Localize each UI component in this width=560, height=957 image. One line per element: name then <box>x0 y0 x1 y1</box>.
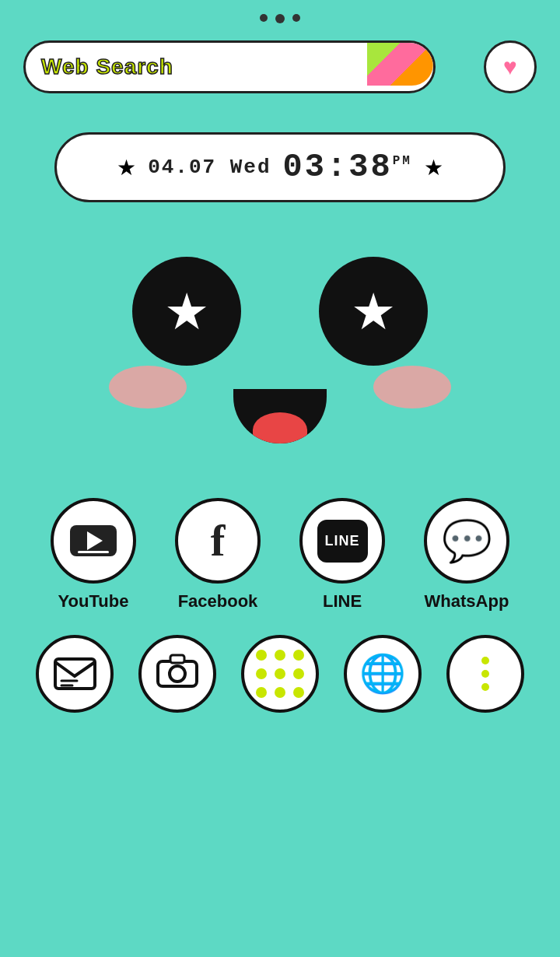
whatsapp-icon-circle: 💬 <box>424 498 509 584</box>
whatsapp-icon: 💬 <box>442 517 492 565</box>
dock-camera[interactable] <box>138 635 216 713</box>
line-label: LINE <box>323 591 362 612</box>
cheek-left <box>109 366 187 408</box>
svg-rect-0 <box>55 659 95 689</box>
indicator-2[interactable] <box>275 14 285 23</box>
youtube-label: YouTube <box>58 591 129 612</box>
grid-dot-7 <box>256 687 267 698</box>
dock-browser[interactable]: 🌐 <box>344 635 422 713</box>
search-bar[interactable]: Web Search <box>23 40 436 93</box>
menu-dot-1 <box>481 657 489 664</box>
envelope-icon <box>54 657 96 690</box>
heart-button[interactable]: ♥ <box>484 40 537 93</box>
indicator-3[interactable] <box>292 14 300 22</box>
grid-dot-6 <box>293 668 304 679</box>
svg-point-4 <box>170 666 185 682</box>
page-indicators <box>0 0 560 23</box>
youtube-icon <box>70 525 117 556</box>
svg-rect-5 <box>170 655 184 663</box>
dock-more[interactable] <box>446 635 524 713</box>
clock-widget: ★ 04.07 Wed 03:38PM ★ <box>54 132 506 202</box>
dock: 🌐 <box>0 612 560 713</box>
star-left-icon: ★ <box>117 155 136 181</box>
star-right-icon: ★ <box>424 155 443 181</box>
search-bar-candy <box>367 43 433 86</box>
clock-date: 04.07 Wed <box>148 156 271 179</box>
star-eye-left: ★ <box>164 286 209 337</box>
clock-ampm: PM <box>393 154 412 168</box>
youtube-icon-circle <box>51 498 136 584</box>
line-text: LINE <box>324 533 359 549</box>
grid-dots-icon <box>250 643 310 704</box>
app-whatsapp[interactable]: 💬 WhatsApp <box>424 498 509 612</box>
star-eye-right: ★ <box>351 286 396 337</box>
tongue <box>253 412 307 443</box>
indicator-1[interactable] <box>260 14 268 22</box>
grid-dot-9 <box>293 687 304 698</box>
youtube-play-icon <box>87 531 103 550</box>
line-icon-circle: LINE <box>299 498 385 584</box>
grid-dot-1 <box>256 650 267 661</box>
grid-dot-8 <box>275 687 285 698</box>
globe-icon: 🌐 <box>359 652 406 696</box>
grid-dot-2 <box>275 650 285 661</box>
clock-time: 03:38PM <box>283 149 412 186</box>
dock-messages[interactable] <box>36 635 114 713</box>
menu-dot-3 <box>481 683 489 691</box>
search-bar-label: Web Search <box>41 54 418 79</box>
facebook-icon: f <box>211 519 226 563</box>
grid-dot-4 <box>256 668 267 679</box>
mouth <box>233 389 327 443</box>
dock-app-drawer[interactable] <box>241 635 319 713</box>
heart-icon: ♥ <box>503 54 517 80</box>
line-icon: LINE <box>317 520 368 563</box>
camera-svg <box>155 652 200 689</box>
candy-stripe <box>367 43 433 86</box>
eye-left: ★ <box>132 257 241 366</box>
app-facebook[interactable]: f Facebook <box>175 498 261 612</box>
apps-row: YouTube f Facebook LINE LINE 💬 WhatsApp <box>0 451 560 612</box>
more-dots-icon <box>481 657 489 691</box>
grid-dot-3 <box>293 650 304 661</box>
menu-dot-2 <box>481 670 489 678</box>
search-area: Web Search ♥ <box>0 23 560 93</box>
camera-icon <box>155 652 200 696</box>
facebook-label: Facebook <box>178 591 258 612</box>
envelope-svg <box>54 657 96 690</box>
app-line[interactable]: LINE LINE <box>299 498 385 612</box>
app-youtube[interactable]: YouTube <box>51 498 136 612</box>
whatsapp-label: WhatsApp <box>425 591 509 612</box>
cheek-right <box>373 366 451 408</box>
grid-dot-5 <box>275 668 285 679</box>
eye-right: ★ <box>319 257 428 366</box>
kawaii-face: ★ ★ <box>117 249 443 451</box>
facebook-icon-circle: f <box>175 498 261 584</box>
youtube-underline <box>78 551 109 553</box>
